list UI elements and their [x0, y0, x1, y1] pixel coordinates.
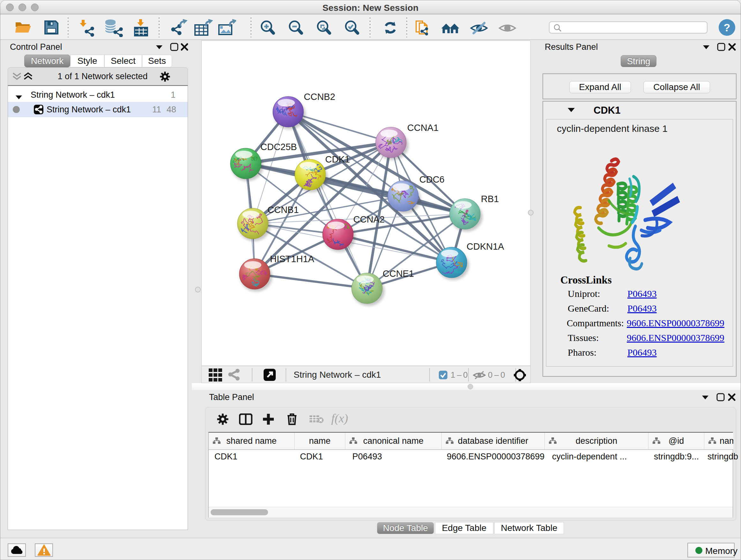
svg-text:CCNB1: CCNB1 — [267, 205, 299, 215]
svg-text:HIST1H1A: HIST1H1A — [270, 254, 314, 264]
svg-text:RB1: RB1 — [481, 194, 499, 204]
svg-text:CCNA1: CCNA1 — [407, 123, 439, 133]
svg-text:CCNB2: CCNB2 — [304, 91, 335, 102]
svg-text:CCNE1: CCNE1 — [383, 268, 414, 279]
svg-text:CCNA2: CCNA2 — [353, 214, 385, 225]
svg-text:CDC25B: CDC25B — [260, 142, 297, 152]
svg-text:CDC6: CDC6 — [419, 174, 445, 185]
svg-text:CDK1: CDK1 — [325, 154, 350, 165]
svg-text:CDKN1A: CDKN1A — [467, 241, 504, 252]
